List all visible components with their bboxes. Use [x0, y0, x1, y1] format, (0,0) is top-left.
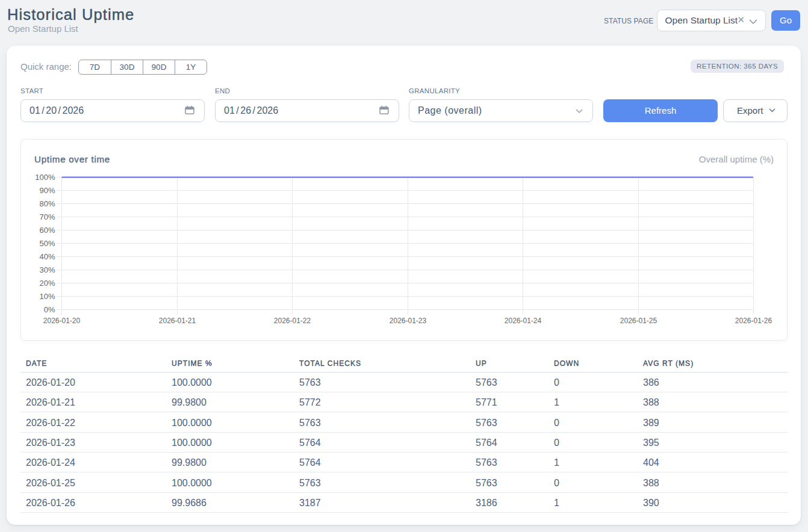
svg-text:100%: 100% [35, 173, 55, 182]
svg-text:10%: 10% [39, 292, 55, 301]
svg-text:70%: 70% [39, 212, 55, 221]
svg-text:2026-01-24: 2026-01-24 [505, 317, 542, 325]
svg-text:80%: 80% [39, 199, 55, 208]
svg-text:2026-01-26: 2026-01-26 [735, 317, 772, 325]
svg-text:2026-01-22: 2026-01-22 [274, 317, 311, 325]
svg-text:40%: 40% [39, 252, 55, 261]
svg-text:2026-01-23: 2026-01-23 [390, 317, 427, 325]
svg-text:50%: 50% [39, 239, 55, 248]
svg-text:2026-01-21: 2026-01-21 [159, 317, 196, 325]
svg-text:0%: 0% [44, 305, 55, 314]
svg-text:90%: 90% [39, 186, 55, 195]
svg-text:2026-01-20: 2026-01-20 [43, 317, 81, 325]
svg-text:30%: 30% [39, 265, 55, 274]
svg-text:20%: 20% [39, 279, 55, 288]
svg-text:60%: 60% [39, 226, 55, 235]
svg-text:2026-01-25: 2026-01-25 [620, 317, 657, 325]
